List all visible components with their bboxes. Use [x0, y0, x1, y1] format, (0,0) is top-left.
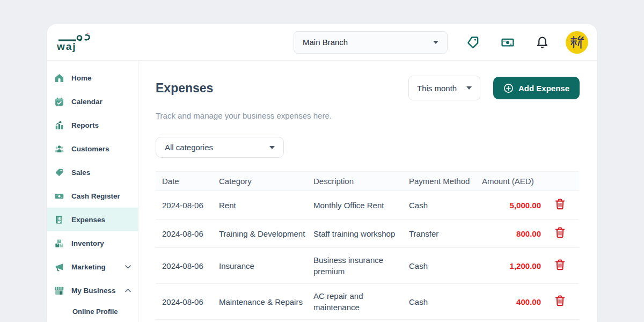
- body-row: Home Calendar: [47, 61, 597, 322]
- cell-date: 2024-08-06: [156, 284, 219, 320]
- cell-amount: 5,000.00: [482, 191, 541, 219]
- sidebar-item-customers[interactable]: Customers: [47, 137, 138, 160]
- sidebar-item-my-business[interactable]: My Business: [47, 279, 138, 302]
- col-header-description: Description: [313, 172, 409, 191]
- home-icon: [54, 73, 64, 83]
- cell-amount: 400.00: [482, 284, 541, 320]
- customers-icon: [54, 144, 64, 154]
- sidebar-item-label: Customers: [71, 145, 109, 153]
- sidebar-subitem-online-profile[interactable]: Online Profile: [47, 302, 138, 320]
- topbar-right: Main Branch: [294, 31, 588, 54]
- cell-payment: Cash: [409, 284, 482, 320]
- table-row: 2024-08-06InsuranceBusiness insurance pr…: [156, 248, 579, 284]
- head-controls: This month Add Expense: [408, 76, 580, 100]
- table-row: 2024-08-06Training & DevelopmentStaff tr…: [156, 219, 579, 248]
- chevron-up-icon: [125, 289, 131, 292]
- tag-icon[interactable]: [464, 33, 483, 52]
- trash-icon: [555, 199, 565, 210]
- cell-payment: Cash: [409, 248, 482, 284]
- calendar-icon: [54, 97, 64, 107]
- sidebar-item-label: Inventory: [71, 239, 104, 247]
- chevron-down-icon: [125, 265, 131, 269]
- sidebar-item-sales[interactable]: Sales: [47, 160, 138, 184]
- expenses-table: Date Category Description Payment Method…: [156, 171, 579, 320]
- sidebar-item-label: Reports: [71, 121, 99, 129]
- logo-wordmark: waj: [57, 41, 77, 52]
- col-header-actions: [541, 172, 579, 191]
- chevron-down-icon: [269, 146, 275, 149]
- delete-expense-button[interactable]: [554, 258, 566, 272]
- sidebar-subitem-label: Online Profile: [72, 308, 118, 316]
- table-header-row: Date Category Description Payment Method…: [156, 172, 579, 191]
- cell-category: Training & Development: [219, 219, 313, 248]
- col-header-payment: Payment Method: [409, 172, 482, 191]
- sidebar-item-label: Calendar: [71, 98, 103, 106]
- trash-icon: [555, 259, 565, 270]
- branch-selector[interactable]: Main Branch: [294, 31, 448, 54]
- banknote-icon[interactable]: [498, 33, 517, 52]
- category-filter-select[interactable]: All categories: [156, 137, 284, 158]
- period-filter-select[interactable]: This month: [408, 76, 480, 100]
- page-title: Expenses: [156, 81, 213, 96]
- inventory-icon: [54, 238, 64, 248]
- marketing-icon: [54, 262, 64, 272]
- delete-expense-button[interactable]: [554, 294, 566, 308]
- page-head: Expenses This month Add Expense: [156, 76, 580, 100]
- chevron-down-icon: [466, 86, 472, 90]
- branch-selector-value: Main Branch: [303, 38, 348, 47]
- store-icon: [54, 286, 64, 296]
- cell-payment: Transfer: [409, 219, 482, 248]
- col-header-amount: Amount (AED): [482, 172, 541, 191]
- cell-description: Business insurance premium: [313, 248, 409, 284]
- app-root: waj Main Branch: [0, 0, 644, 322]
- sidebar-item-label: My Business: [71, 287, 116, 295]
- add-expense-label: Add Expense: [518, 84, 569, 93]
- sidebar-item-cash-register[interactable]: Cash Register: [47, 184, 138, 208]
- cell-amount: 1,200.00: [482, 248, 541, 284]
- sidebar-item-calendar[interactable]: Calendar: [47, 90, 138, 113]
- delete-expense-button[interactable]: [554, 197, 566, 211]
- svg-text:$: $: [58, 216, 61, 221]
- cell-description: Monthly Office Rent: [313, 191, 409, 219]
- delete-expense-button[interactable]: [554, 226, 566, 239]
- add-expense-button[interactable]: Add Expense: [493, 77, 580, 99]
- sidebar-item-label: Marketing: [71, 263, 106, 271]
- cell-category: Maintenance & Repairs: [219, 284, 313, 320]
- category-filter-value: All categories: [165, 143, 213, 152]
- cash-register-icon: [54, 191, 64, 201]
- cell-category: Insurance: [219, 248, 313, 284]
- cell-payment: Cash: [409, 191, 482, 219]
- cell-description: Staff training workshop: [313, 219, 409, 248]
- avatar-cjk-glyph: [569, 34, 585, 50]
- cell-description: AC repair and maintenance: [313, 284, 409, 320]
- sales-tag-icon: [54, 167, 64, 178]
- reports-icon: [54, 120, 64, 130]
- topbar: waj Main Branch: [47, 24, 597, 61]
- sidebar-item-label: Home: [71, 74, 92, 82]
- chevron-down-icon: [433, 41, 438, 44]
- sidebar-item-label: Cash Register: [71, 192, 120, 200]
- avatar[interactable]: [566, 31, 588, 54]
- trash-icon: [555, 295, 565, 306]
- sidebar-item-label: Sales: [71, 169, 90, 177]
- plus-circle-icon: [503, 83, 514, 93]
- sidebar-item-label: Expenses: [71, 216, 105, 224]
- brand-logo[interactable]: waj: [55, 33, 92, 52]
- sidebar-item-home[interactable]: Home: [47, 66, 138, 90]
- sidebar-item-inventory[interactable]: Inventory: [47, 231, 138, 255]
- cell-date: 2024-08-06: [156, 191, 219, 219]
- cell-date: 2024-08-06: [156, 219, 219, 248]
- app-card: waj Main Branch: [47, 24, 597, 322]
- expenses-icon: $: [54, 215, 64, 225]
- sidebar-item-reports[interactable]: Reports: [47, 113, 138, 137]
- sidebar-item-expenses[interactable]: $ Expenses: [47, 208, 138, 231]
- col-header-category: Category: [219, 172, 313, 191]
- page-subtitle: Track and manage your business expenses …: [156, 111, 580, 120]
- table-row: 2024-08-06Maintenance & RepairsAC repair…: [156, 284, 579, 320]
- cell-date: 2024-08-06: [156, 248, 219, 284]
- trash-icon: [555, 227, 565, 238]
- period-filter-value: This month: [417, 84, 457, 93]
- sidebar-item-marketing[interactable]: Marketing: [47, 255, 138, 279]
- bell-icon[interactable]: [532, 33, 552, 52]
- main-content: Expenses This month Add Expense: [138, 61, 597, 322]
